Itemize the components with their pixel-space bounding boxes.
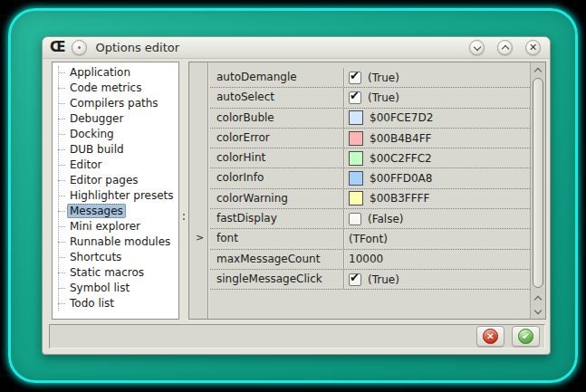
- property-row-font: font (TFont): [210, 229, 530, 249]
- close-icon: ✕: [529, 43, 537, 53]
- property-row-autoDemangle: autoDemangle ✔ (True): [210, 68, 530, 88]
- value-text: (True): [368, 91, 399, 104]
- sidebar-item-messages[interactable]: Messages: [53, 204, 178, 219]
- titlebar-buttons: ✕: [469, 40, 543, 55]
- value-text: (TFont): [349, 233, 388, 245]
- options-editor-window: Œ Options editor ✕ Application Code metr…: [42, 36, 551, 355]
- sidebar-item-static-macros[interactable]: Static macros: [53, 265, 178, 281]
- color-swatch[interactable]: [349, 171, 363, 186]
- property-value[interactable]: $00FCE7D2: [343, 109, 530, 128]
- sidebar-item-editor[interactable]: Editor: [53, 158, 178, 173]
- property-name[interactable]: colorInfo: [210, 168, 343, 187]
- property-value[interactable]: 10000: [343, 250, 530, 269]
- value-text: (True): [368, 72, 399, 84]
- property-row-colorBuble: colorBuble $00FCE7D2: [210, 109, 530, 129]
- property-name[interactable]: colorHint: [210, 148, 343, 167]
- value-text: $00B4B4FF: [370, 132, 431, 145]
- value-text: (False): [368, 213, 404, 225]
- sidebar-item-highlighter-presets[interactable]: Highlighter presets: [53, 188, 178, 204]
- row-indicator-column: >: [189, 62, 208, 319]
- grid-vertical-scrollbar[interactable]: [530, 62, 545, 319]
- sidebar-item-application[interactable]: Application: [53, 65, 178, 81]
- sidebar-item-editor-pages[interactable]: Editor pages: [53, 173, 178, 188]
- value-text: $00B3FFFF: [370, 192, 429, 205]
- sidebar-item-shortcuts[interactable]: Shortcuts: [53, 250, 178, 265]
- property-value[interactable]: (TFont): [343, 229, 530, 248]
- cancel-icon: ✕: [483, 329, 498, 344]
- property-name[interactable]: fastDisplay: [210, 209, 343, 228]
- app-logo-icon: Œ: [50, 40, 65, 54]
- titlebar[interactable]: Œ Options editor ✕: [43, 37, 550, 59]
- color-swatch[interactable]: [349, 110, 363, 125]
- property-value[interactable]: ✔ (True): [343, 68, 530, 87]
- sidebar-item-todo-list[interactable]: Todo list: [53, 296, 178, 311]
- property-name[interactable]: font: [210, 229, 343, 248]
- current-row-marker: >: [196, 233, 204, 243]
- property-name[interactable]: maxMessageCount: [210, 250, 343, 269]
- window-menu-button[interactable]: [72, 40, 87, 55]
- checkbox-unchecked[interactable]: [349, 213, 361, 225]
- sidebar-item-compilers-paths[interactable]: Compilers paths: [53, 96, 178, 111]
- property-row-fastDisplay: fastDisplay (False): [210, 209, 530, 229]
- checkbox-checked[interactable]: ✔: [349, 72, 361, 84]
- property-value[interactable]: ✔ (True): [343, 88, 530, 107]
- color-swatch[interactable]: [349, 191, 363, 206]
- property-rows: autoDemangle ✔ (True) autoSelect ✔ (True…: [210, 62, 530, 319]
- chevron-up-icon: [534, 295, 542, 302]
- accept-icon: ✔: [518, 329, 533, 344]
- scroll-up-button-bottom[interactable]: [531, 292, 545, 304]
- property-name[interactable]: autoSelect: [210, 88, 343, 107]
- close-button[interactable]: ✕: [525, 40, 541, 55]
- property-row-colorError: colorError $00B4B4FF: [210, 129, 530, 148]
- property-value[interactable]: $00B4B4FF: [343, 129, 530, 148]
- property-row-singleMessageClick: singleMessageClick ✔ (True): [210, 270, 530, 290]
- sidebar-item-symbol-list[interactable]: Symbol list: [53, 281, 178, 296]
- minimize-button[interactable]: [469, 40, 485, 55]
- checkbox-checked[interactable]: ✔: [349, 91, 361, 104]
- property-name[interactable]: colorWarning: [210, 189, 343, 208]
- property-grid[interactable]: > autoDemangle ✔ (True) autoSelect ✔ (Tr…: [188, 62, 546, 320]
- scroll-down-button[interactable]: [531, 305, 545, 317]
- property-value[interactable]: $00C2FFC2: [343, 148, 530, 167]
- value-text: 10000: [349, 253, 383, 265]
- chevron-down-icon: [534, 306, 542, 313]
- sidebar-item-dub-build[interactable]: DUB build: [53, 142, 178, 158]
- category-tree[interactable]: Application Code metrics Compilers paths…: [52, 62, 179, 320]
- property-value[interactable]: $00FFD0A8: [343, 168, 530, 187]
- accept-button[interactable]: ✔: [512, 326, 540, 347]
- chevron-down-icon: [473, 43, 480, 50]
- scroll-up-button[interactable]: [531, 64, 545, 76]
- sidebar-item-docking[interactable]: Docking: [53, 127, 178, 142]
- sidebar-item-code-metrics[interactable]: Code metrics: [53, 81, 178, 96]
- value-text: $00FFD0A8: [370, 172, 432, 185]
- color-swatch[interactable]: [349, 151, 363, 166]
- property-row-maxMessageCount: maxMessageCount 10000: [210, 250, 530, 270]
- sidebar-item-mini-explorer[interactable]: Mini explorer: [53, 219, 178, 234]
- splitter-grip-icon: [183, 214, 185, 215]
- splitter-handle[interactable]: [180, 62, 188, 320]
- value-text: $00C2FFC2: [370, 152, 432, 165]
- property-name[interactable]: autoDemangle: [210, 68, 343, 87]
- sidebar-item-runnable-modules[interactable]: Runnable modules: [53, 234, 178, 250]
- property-value[interactable]: (False): [343, 209, 530, 228]
- property-name[interactable]: colorBuble: [210, 109, 343, 128]
- property-name[interactable]: colorError: [210, 129, 343, 148]
- sidebar-item-debugger[interactable]: Debugger: [53, 111, 178, 127]
- color-swatch[interactable]: [349, 131, 363, 146]
- property-row-colorHint: colorHint $00C2FFC2: [210, 148, 530, 168]
- maximize-button[interactable]: [497, 40, 513, 55]
- property-name[interactable]: singleMessageClick: [210, 270, 343, 289]
- window-menu-icon: [78, 46, 81, 49]
- property-row-colorInfo: colorInfo $00FFD0A8: [210, 168, 530, 188]
- value-text: (True): [368, 273, 399, 286]
- value-text: $00FCE7D2: [370, 111, 433, 124]
- property-row-autoSelect: autoSelect ✔ (True): [210, 88, 530, 108]
- footer-bar: ✕ ✔: [49, 324, 545, 349]
- property-value[interactable]: ✔ (True): [343, 270, 530, 289]
- chevron-up-icon: [534, 67, 542, 74]
- cancel-button[interactable]: ✕: [476, 326, 504, 347]
- scrollbar-thumb[interactable]: [533, 78, 543, 288]
- property-value[interactable]: $00B3FFFF: [343, 189, 530, 208]
- window-title: Options editor: [93, 41, 463, 54]
- checkbox-checked[interactable]: ✔: [349, 273, 361, 286]
